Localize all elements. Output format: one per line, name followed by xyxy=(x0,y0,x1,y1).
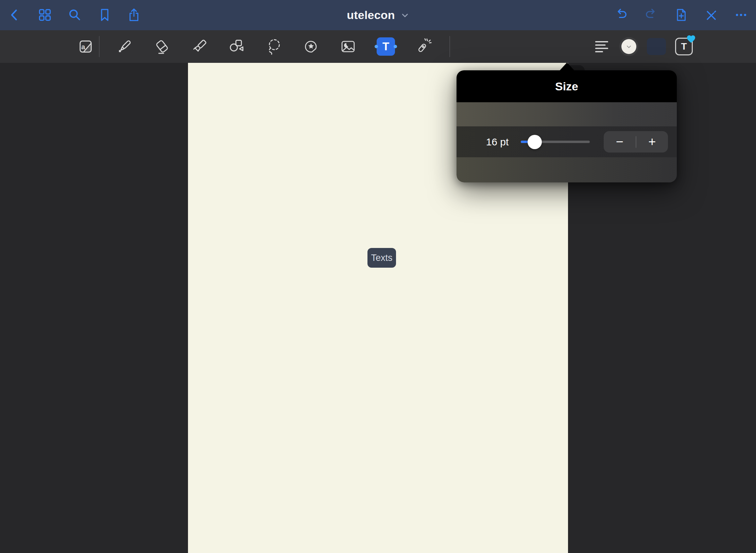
highlight-color-swatch[interactable] xyxy=(647,38,666,55)
search-button[interactable] xyxy=(67,7,83,23)
pen-tool[interactable] xyxy=(115,37,134,56)
more-options-button[interactable] xyxy=(733,7,749,23)
image-tool[interactable] xyxy=(339,37,358,56)
eraser-tool[interactable] xyxy=(153,37,172,56)
share-icon xyxy=(126,7,141,22)
chevron-down-icon xyxy=(401,11,409,19)
document-title-button[interactable]: utelecon xyxy=(347,0,409,30)
size-popover: Size 16 pt − + xyxy=(457,70,677,182)
highlighter-tool[interactable] xyxy=(190,37,209,56)
size-popover-band xyxy=(457,102,677,126)
svg-text:a: a xyxy=(81,43,85,51)
decrease-size-button[interactable]: − xyxy=(604,131,636,153)
back-icon xyxy=(7,7,22,22)
bookmark-icon xyxy=(97,7,112,22)
undo-button[interactable] xyxy=(613,7,630,23)
redo-icon xyxy=(643,7,658,22)
texts-tooltip-label: Texts xyxy=(371,253,392,263)
text-color-swatch xyxy=(621,39,636,54)
size-popover-header: Size xyxy=(457,70,677,102)
highlighter-icon xyxy=(191,38,208,55)
align-left-icon xyxy=(593,38,611,55)
heart-icon xyxy=(686,35,696,43)
search-icon xyxy=(67,7,82,22)
top-navigation-bar: utelecon xyxy=(0,0,756,30)
text-align-button[interactable] xyxy=(592,37,611,56)
size-slider-knob[interactable] xyxy=(528,135,542,149)
popover-arrow xyxy=(560,63,574,71)
size-slider[interactable] xyxy=(521,141,590,143)
laser-pointer-tool[interactable] xyxy=(414,37,433,56)
read-mode-toggle[interactable]: a xyxy=(76,37,95,56)
size-slider-row: 16 pt − + xyxy=(457,126,677,157)
elements-tool[interactable] xyxy=(302,37,321,56)
shapes-tool[interactable] xyxy=(227,37,246,56)
size-popover-title: Size xyxy=(555,80,578,93)
more-icon xyxy=(734,7,749,22)
redo-button[interactable] xyxy=(643,7,659,23)
text-tool-selected[interactable]: T xyxy=(377,37,395,56)
back-button[interactable] xyxy=(6,7,23,23)
stylus-x-icon xyxy=(704,7,719,22)
image-icon xyxy=(339,38,357,55)
size-popover-footer xyxy=(457,157,677,182)
page-grid-button[interactable] xyxy=(37,7,53,23)
increase-size-button[interactable]: + xyxy=(636,131,668,153)
toolbar-divider xyxy=(449,36,450,57)
text-style-button[interactable]: T xyxy=(675,38,693,55)
undo-icon xyxy=(614,7,629,22)
chevron-down-icon xyxy=(625,43,632,50)
selection-handle-left xyxy=(375,45,378,48)
add-page-icon xyxy=(674,7,689,22)
elements-sticker-icon xyxy=(302,38,320,55)
text-tool-glyph: T xyxy=(382,40,389,53)
lasso-tool[interactable] xyxy=(264,37,284,56)
lasso-icon xyxy=(265,38,283,55)
page-title: utelecon xyxy=(347,8,395,22)
selection-handle-right xyxy=(394,45,397,48)
text-color-button[interactable] xyxy=(619,37,638,56)
size-stepper: − + xyxy=(604,131,668,153)
texts-selection-tooltip[interactable]: Texts xyxy=(367,248,396,268)
eraser-icon xyxy=(153,38,171,55)
pen-icon xyxy=(116,38,133,55)
stylus-disconnect-button[interactable] xyxy=(703,7,719,23)
share-button[interactable] xyxy=(126,7,142,23)
toolbar-divider xyxy=(99,36,100,57)
bookmark-button[interactable] xyxy=(97,7,113,23)
page-grid-icon xyxy=(37,7,52,22)
shapes-icon xyxy=(227,38,245,55)
text-style-glyph: T xyxy=(681,41,687,52)
size-value-label: 16 pt xyxy=(475,126,519,157)
laser-pointer-icon xyxy=(414,38,432,55)
read-mode-icon: a xyxy=(77,38,94,55)
tool-ribbon: a xyxy=(0,30,756,63)
add-page-button[interactable] xyxy=(673,7,689,23)
